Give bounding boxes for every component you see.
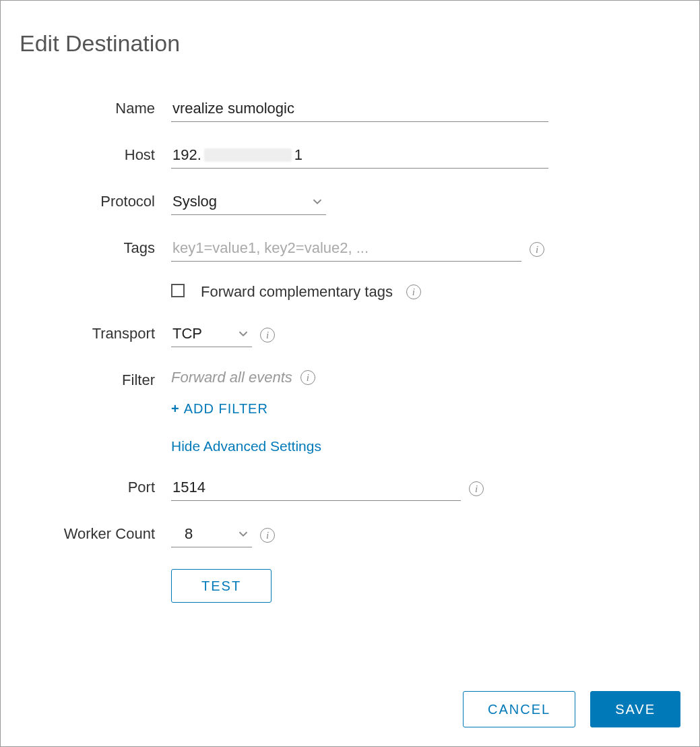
filter-label: Filter xyxy=(20,369,171,389)
transport-value: TCP xyxy=(172,325,236,342)
worker-count-value: 8 xyxy=(172,525,236,543)
info-icon[interactable]: i xyxy=(300,370,315,385)
chevron-down-icon xyxy=(236,326,251,341)
forward-tags-label: Forward complementary tags xyxy=(201,283,393,301)
name-label: Name xyxy=(20,97,171,117)
plus-icon: + xyxy=(171,401,180,416)
tags-label: Tags xyxy=(20,237,171,257)
chevron-down-icon xyxy=(236,527,251,541)
transport-label: Transport xyxy=(20,322,171,342)
worker-count-label: Worker Count xyxy=(20,522,171,543)
add-filter-button[interactable]: +ADD FILTER xyxy=(171,401,268,417)
info-icon[interactable]: i xyxy=(260,528,275,543)
worker-count-select[interactable]: 8 xyxy=(171,522,252,547)
port-input[interactable] xyxy=(171,476,461,501)
cancel-button[interactable]: CANCEL xyxy=(463,691,575,727)
tags-input[interactable] xyxy=(171,237,521,262)
protocol-value: Syslog xyxy=(172,193,310,210)
protocol-select[interactable]: Syslog xyxy=(171,190,326,215)
port-label: Port xyxy=(20,476,171,496)
host-redacted xyxy=(204,148,292,162)
host-suffix: 1 xyxy=(294,146,303,164)
hide-advanced-link[interactable]: Hide Advanced Settings xyxy=(171,438,321,454)
transport-select[interactable]: TCP xyxy=(171,322,252,347)
info-icon[interactable]: i xyxy=(469,481,484,496)
host-input[interactable]: 192. 1 xyxy=(171,144,548,169)
host-label: Host xyxy=(20,144,171,164)
info-icon[interactable]: i xyxy=(530,242,544,257)
dialog-footer: CANCEL SAVE xyxy=(463,691,680,727)
info-icon[interactable]: i xyxy=(406,285,421,299)
name-input[interactable] xyxy=(171,97,548,122)
dialog-title: Edit Destination xyxy=(20,30,680,57)
info-icon[interactable]: i xyxy=(260,328,275,342)
filter-hint: Forward all events xyxy=(171,369,292,386)
forward-tags-checkbox[interactable] xyxy=(171,284,185,297)
save-button[interactable]: SAVE xyxy=(590,691,680,727)
form: Name Host 192. 1 Protocol Syslog xyxy=(20,97,680,603)
chevron-down-icon xyxy=(310,194,325,209)
edit-destination-dialog: Edit Destination Name Host 192. 1 Protoc… xyxy=(0,0,700,747)
host-prefix: 192. xyxy=(172,146,201,164)
protocol-label: Protocol xyxy=(20,190,171,210)
test-button[interactable]: TEST xyxy=(171,569,272,603)
